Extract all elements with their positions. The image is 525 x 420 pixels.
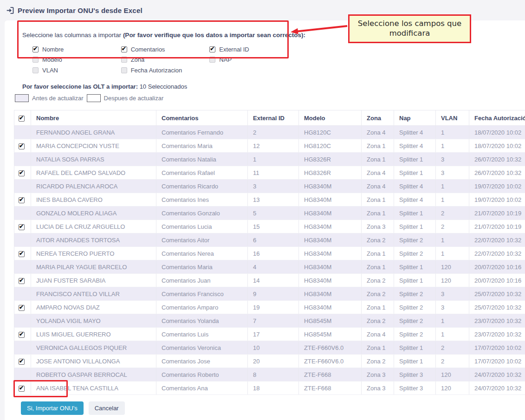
cell-external-id: 20 [248,355,299,368]
row-checkbox[interactable] [19,251,25,257]
row-select-cell [14,247,31,260]
cell-zona: Zona 1 [362,247,394,260]
cell-comentarios: Comentarios Yolanda [156,314,248,328]
column-filter-external-id[interactable]: External ID [209,44,298,55]
column-filter-comentarios[interactable]: Comentarios [121,44,210,55]
cell-fecha-autorizaci-n: 24/07/2020 10:32 [469,381,525,395]
table-row-before[interactable]: FERNANDO ANGEL GRANAComentarios Fernando… [14,126,525,139]
cell-vlan: 120 [436,381,469,395]
table-row-before[interactable]: VERONICA GALLEGOS PIQUERComentarios Vero… [14,341,525,355]
column-filter-fecha-autorizacion[interactable]: Fecha Autorizacion [121,65,210,76]
checkbox-icon[interactable] [121,46,127,52]
columns-instruction-warning: (Por favor verifique que los datos a imp… [123,32,305,39]
checkbox-icon[interactable] [32,46,39,52]
legend-before-label: Antes de actualizar [32,95,84,102]
column-filter-nap[interactable]: NAP [209,55,298,65]
sign-in-icon [6,6,14,14]
row-checkbox[interactable] [19,143,25,149]
cell-nombre: INES BALBOA CAVERO [31,193,156,207]
row-select-cell [14,287,31,301]
table-row-after[interactable]: JOSE ANTONIO VILLALONGAComentarios Jose2… [14,355,525,368]
row-select-cell [14,153,31,166]
table-row-before[interactable]: YOLANDA VIGIL MAYOComentarios Yolanda7HG… [14,314,525,328]
cell-comentarios: Comentarios Amparo [156,301,248,314]
cancel-button[interactable]: Cancelar [89,401,125,415]
cell-comentarios: Comentarios Veronica [156,341,248,355]
table-row-after[interactable]: MARIA CONCEPCION YUSTEComentarios Maria1… [14,139,525,153]
table-row-before[interactable]: ROBERTO GASPAR BERROCALComentarios Rober… [14,368,525,381]
checkbox-icon[interactable] [121,67,127,73]
row-checkbox[interactable] [19,359,25,365]
table-row-after[interactable]: NEREA TERCERO PUERTOComentarios Nerea16H… [14,247,525,260]
checkbox-icon[interactable] [121,57,127,63]
cell-zona: Zona 2 [362,355,394,368]
cell-zona: Zona 1 [362,193,394,207]
cell-zona: Zona 2 [362,233,394,247]
row-checkbox[interactable] [19,386,25,392]
legend-after-swatch [87,94,101,102]
cell-comentarios: Comentarios Gonzalo [156,207,248,220]
cell-zona: Zona 1 [362,341,394,355]
table-row-before[interactable]: FRANCISCO ANTELO VILLARComentarios Franc… [14,287,525,301]
cell-nombre: MARIA PILAR YAGUE BARCELO [31,260,156,274]
cell-modelo: HG8340M [299,180,362,193]
columns-instruction-text: Seleccione las columnas a importar [22,32,121,39]
columns-instruction: Seleccione las columnas a importar (Por … [22,32,525,39]
cell-fecha-autorizaci-n: 20/07/2020 10:16 [469,274,525,287]
checkbox-icon[interactable] [32,67,39,73]
table-row-before[interactable]: MARIA PILAR YAGUE BARCELOComentarios Mar… [14,260,525,274]
row-checkbox[interactable] [19,278,25,284]
table-header-modelo: Modelo [299,110,362,126]
table-row-before[interactable]: NATALIA SOSA PARRASComentarios Natalia1H… [14,153,525,166]
cell-external-id: 9 [248,287,299,301]
cell-external-id: 5 [248,207,299,220]
cell-fecha-autorizaci-n: 23/07/2020 10:32 [469,328,525,341]
column-filter-nombre[interactable]: Nombre [32,44,121,55]
cell-fecha-autorizaci-n: 26/07/2020 10:32 [469,153,525,166]
table-row-after[interactable]: INES BALBOA CAVEROComentarios Ines13HG83… [14,193,525,207]
checkbox-icon[interactable] [32,57,39,63]
checkbox-icon[interactable] [209,57,215,63]
table-row-before[interactable]: AITOR ANDRADES TORTOSAComentarios Aitor6… [14,233,525,247]
row-checkbox[interactable] [19,332,25,338]
select-all-checkbox[interactable] [19,116,25,122]
cell-comentarios: Comentarios Nerea [156,247,248,260]
table-row-after[interactable]: LUCIA DE LA CRUZ ARGUELLOComentarios Luc… [14,220,525,233]
cell-external-id: 8 [248,368,299,381]
cell-nap: Splitter 1 [394,341,436,355]
cell-zona: Zona 1 [362,301,394,314]
cell-nombre: LUCIA DE LA CRUZ ARGUELLO [31,220,156,233]
cell-fecha-autorizaci-n: 21/07/2020 10:19 [469,207,525,220]
row-select-cell [14,166,31,180]
cell-fecha-autorizaci-n: 19/07/2020 10:02 [469,193,525,207]
row-checkbox[interactable] [19,197,25,203]
cell-comentarios: Comentarios Natalia [156,153,248,166]
row-checkbox[interactable] [19,305,25,311]
cell-zona: Zona 2 [362,314,394,328]
cell-external-id: 16 [248,247,299,260]
filter-label: Comentarios [131,46,165,53]
table-row-before[interactable]: GONZALO MOLERO ALIAGAComentarios Gonzalo… [14,207,525,220]
column-filter-vlan[interactable]: VLAN [32,65,121,76]
table-row-after[interactable]: RAFAEL DEL CAMPO SALVADOComentarios Rafa… [14,166,525,180]
cell-zona: Zona 3 [362,381,394,395]
table-row-after[interactable]: JUAN FUSTER SARABIAComentarios Juan14HG8… [14,274,525,287]
cell-comentarios: Comentarios Lucia [156,220,248,233]
table-row-after[interactable]: AMPARO NOVAS DIAZComentarios Amparo19HG8… [14,301,525,314]
row-checkbox[interactable] [19,170,25,176]
checkbox-icon[interactable] [209,46,215,52]
row-checkbox[interactable] [19,224,25,230]
cell-nap: Splitter 2 [394,247,436,260]
cell-comentarios: Comentarios Ricardo [156,180,248,193]
table-row-after[interactable]: LUIS MIGUEL GUERREROComentarios Luis17HG… [14,328,525,341]
table-row-after[interactable]: ANA ISABEL TENA CASTILLAComentarios Ana1… [14,381,525,395]
column-filter-modelo[interactable]: Modelo [32,55,121,65]
cell-nombre: NEREA TERCERO PUERTO [31,247,156,260]
cell-vlan: 3 [436,166,469,180]
cell-modelo: HG8340M [299,220,362,233]
table-row-before[interactable]: RICARDO PALENCIA AROCAComentarios Ricard… [14,180,525,193]
cell-vlan: 1 [436,328,469,341]
row-select-cell [14,220,31,233]
column-filter-zona[interactable]: Zona [121,55,210,65]
import-button[interactable]: Si, Importar ONU's [21,401,84,415]
